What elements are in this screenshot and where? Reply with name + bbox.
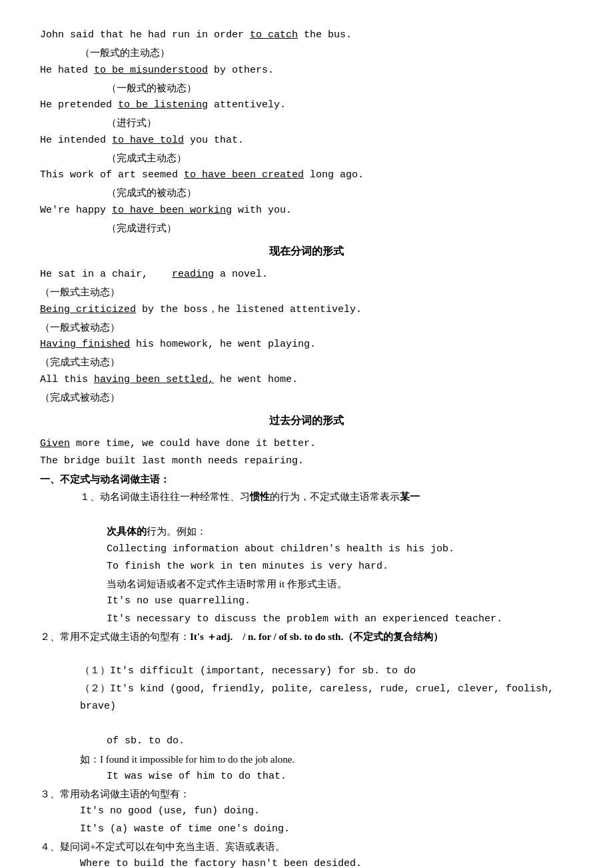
- line-4-note: （完成式主动态）: [40, 149, 573, 167]
- line-1: John said that he had run in order to ca…: [40, 27, 573, 44]
- line-29: It was wise of him to do that.: [40, 768, 573, 785]
- line-21: It's necessary to discuss the problem wi…: [40, 611, 573, 628]
- line-33: ４、疑问词+不定式可以在句中充当主语、宾语或表语。: [40, 838, 573, 855]
- line-3-note: （进行式）: [40, 114, 573, 131]
- page-content: John said that he had run in order to ca…: [40, 27, 573, 868]
- line-4: He intended to have told you that.: [40, 132, 573, 149]
- line-30: ３、常用动名词做主语的句型有：: [40, 785, 573, 803]
- line-31: It's no good (use, fun) doing.: [40, 803, 573, 820]
- line-19: 当动名词短语或者不定式作主语时常用 it 作形式主语。: [40, 575, 573, 593]
- line-7: He sat in a chair, reading a novel.: [40, 266, 573, 283]
- line-28: 如：I found it impossible for him to do th…: [40, 751, 573, 768]
- line-22: ２、常用不定式做主语的句型有：It's ＋adj. / n. for / of …: [40, 628, 573, 645]
- line-5: This work of art seemed to have been cre…: [40, 167, 573, 184]
- line-14: １、动名词做主语往往一种经常性、习惯性的行为，不定式做主语常表示某一: [40, 488, 573, 505]
- line-6: We're happy to have been working with yo…: [40, 202, 573, 219]
- line-10: All this having been settled, he went ho…: [40, 371, 573, 389]
- line-12: The bridge built last month needs repair…: [40, 453, 573, 470]
- line-9: Having finished his homework, he went pl…: [40, 336, 573, 353]
- line-34: Where to build the factory hasn't been d…: [40, 855, 573, 868]
- line-8-note: （一般式被动态）: [40, 319, 573, 336]
- line-13: 一、不定式与动名词做主语：: [40, 471, 573, 488]
- line-2-note: （一般式的被动态）: [40, 79, 573, 97]
- line-16: 次具体的行为。例如：: [40, 523, 573, 540]
- line-10-note: （完成式被动态）: [40, 389, 573, 406]
- line-26: [40, 715, 573, 733]
- line-20: It's no use quarrelling.: [40, 593, 573, 610]
- line-9-note: （完成式主动态）: [40, 353, 573, 371]
- line-23: [40, 645, 573, 663]
- line-24: （１）It's difficult (important, necessary)…: [40, 663, 573, 680]
- line-25: （２）It's kind (good, friendly, polite, ca…: [40, 681, 573, 716]
- line-7-note: （一般式主动态）: [40, 283, 573, 301]
- section-title-present: 现在分词的形式: [40, 242, 573, 261]
- line-2: He hated to be misunderstood by others.: [40, 62, 573, 79]
- line-15: [40, 505, 573, 523]
- line-18: To finish the work in ten minutes is ver…: [40, 558, 573, 575]
- line-8: Being criticized by the boss，he listened…: [40, 301, 573, 319]
- line-3: He pretended to be listening attentively…: [40, 97, 573, 114]
- line-32: It's (a) waste of time one's doing.: [40, 821, 573, 838]
- line-17: Collecting information about children's …: [40, 541, 573, 558]
- section-title-past: 过去分词的形式: [40, 411, 573, 430]
- line-1-note: （一般式的主动态）: [40, 44, 573, 61]
- line-6-note: （完成进行式）: [40, 219, 573, 237]
- line-27: of sb. to do.: [40, 733, 573, 750]
- line-5-note: （完成式的被动态）: [40, 184, 573, 201]
- line-11: Given more time, we could have done it b…: [40, 435, 573, 453]
